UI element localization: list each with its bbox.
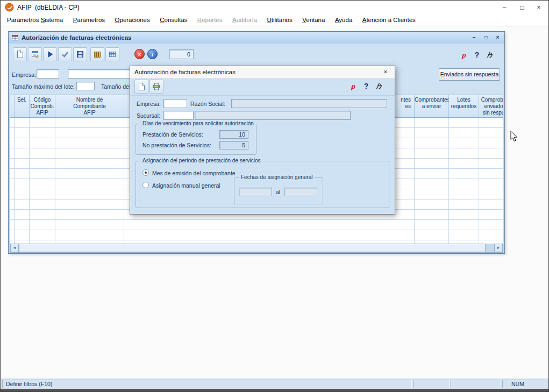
scrollbar-thumb[interactable] xyxy=(19,244,486,252)
grid-header-cell[interactable]: Sel. xyxy=(15,95,30,117)
horizontal-scrollbar[interactable]: ◄ ► xyxy=(10,244,503,252)
filter-icon[interactable]: ρ xyxy=(347,80,359,92)
grid-cell xyxy=(15,210,30,219)
menu-atencion-clientes[interactable]: Atención a Clientes xyxy=(359,15,419,26)
grid-cell xyxy=(10,189,15,199)
menu-consultas[interactable]: Consultas xyxy=(156,15,191,26)
empresa-input[interactable] xyxy=(163,99,187,108)
grid-cell xyxy=(415,179,449,189)
menu-ventana[interactable]: Ventana xyxy=(298,15,329,26)
grid-cell xyxy=(449,220,479,230)
maximize-button[interactable]: □ xyxy=(514,1,531,15)
statusbar: Definir filtros (F10) NUM xyxy=(1,378,549,389)
grid-icon xyxy=(108,50,117,59)
radio-asignacion-manual-label[interactable]: Asignación manual general xyxy=(152,182,220,189)
scroll-right-icon[interactable]: ► xyxy=(494,244,503,252)
prestacion-dias-value[interactable]: 10 xyxy=(219,130,248,139)
grid-cell xyxy=(30,189,55,199)
help-icon[interactable]: ? xyxy=(471,48,483,61)
new-document-icon xyxy=(16,50,24,59)
properties-button[interactable] xyxy=(28,47,42,61)
grid-cell xyxy=(15,179,30,189)
child-restore-button[interactable]: □ xyxy=(482,34,490,42)
fechas-group-title: Fechas de asignación general xyxy=(239,174,315,180)
enviados-sin-respuesta-button[interactable]: Enviados sin respuesta xyxy=(439,68,500,81)
grid-cell xyxy=(15,230,30,240)
run-button[interactable] xyxy=(43,47,57,61)
grid-cell xyxy=(479,179,503,189)
new-document-button[interactable] xyxy=(13,47,27,61)
hotkeys-icon[interactable] xyxy=(484,48,496,61)
minimize-button[interactable]: – xyxy=(496,1,513,15)
grid-cell xyxy=(10,220,15,230)
child-close-button[interactable]: × xyxy=(494,34,502,42)
info-icon[interactable]: i xyxy=(147,49,158,59)
menu-accel: A xyxy=(232,17,237,23)
grid-cell xyxy=(10,159,15,168)
grid-cell xyxy=(55,179,124,189)
grid-header-cell[interactable] xyxy=(10,95,15,117)
menu-ayuda[interactable]: Ayuda xyxy=(331,15,356,26)
grid-cell xyxy=(479,169,503,179)
filter-icon[interactable]: ρ xyxy=(458,48,470,61)
scroll-left-icon[interactable]: ◄ xyxy=(10,244,19,252)
empresa-code-input[interactable] xyxy=(37,69,59,79)
grid-cell xyxy=(479,230,503,240)
grid-row xyxy=(10,230,503,240)
grid-header-cell[interactable]: Comprobantesa enviar xyxy=(415,95,449,117)
grid-cell xyxy=(415,138,449,148)
save-button[interactable] xyxy=(73,47,87,61)
menu-parametros[interactable]: Parámetros xyxy=(69,15,109,26)
menu-parametros-sistema[interactable]: Parámetros Sistema xyxy=(3,15,67,26)
grid-cell xyxy=(449,199,479,209)
save-icon xyxy=(76,50,84,59)
num-lock-indicator: NUM xyxy=(502,380,545,388)
menu-utilitarios[interactable]: Utilitarios xyxy=(263,15,296,26)
radio-mes-emision[interactable] xyxy=(142,169,149,176)
prestacion-label: Prestación de Servicios: xyxy=(142,131,203,138)
menu-label: peraciones xyxy=(120,17,150,23)
confirm-button[interactable] xyxy=(58,47,72,61)
child-minimize-button[interactable]: – xyxy=(470,34,478,42)
grid-cell xyxy=(415,118,449,127)
radio-mes-emision-label[interactable]: Mes de emisión del comprobante xyxy=(152,170,236,176)
lote-size-input[interactable] xyxy=(76,82,95,90)
grid-header-cell[interactable]: Lotesrequeridos xyxy=(449,95,479,117)
dialog-close-button[interactable]: × xyxy=(376,66,395,79)
al-label: al xyxy=(276,189,280,195)
sucursal-code-input[interactable] xyxy=(163,111,194,120)
export-grid-button[interactable] xyxy=(105,47,119,61)
grid-cell xyxy=(15,199,30,209)
new-document-button[interactable] xyxy=(134,80,148,94)
menu-accel: O xyxy=(115,17,120,23)
grid-header-cell[interactable]: Nombre deComprobanteAFIP xyxy=(55,95,124,117)
grid-cell xyxy=(479,199,503,209)
grid-cell xyxy=(449,159,479,168)
no-prestacion-dias-value[interactable]: 5 xyxy=(219,141,248,149)
hotkeys-icon[interactable] xyxy=(373,80,385,92)
fechas-groupbox: Fechas de asignación general al xyxy=(234,177,323,204)
window-frame xyxy=(1,389,548,392)
grid-cell xyxy=(10,179,15,189)
radio-asignacion-manual[interactable] xyxy=(142,182,149,188)
menu-operaciones[interactable]: Operaciones xyxy=(111,15,154,26)
grid-header-cell[interactable]: Comprobaenviadosin respu xyxy=(479,95,503,117)
close-button[interactable]: × xyxy=(530,1,547,15)
grid-cell xyxy=(449,210,479,219)
columns-button[interactable] xyxy=(90,47,104,61)
grid-cell xyxy=(30,138,55,148)
grid-cell xyxy=(124,220,415,230)
print-button[interactable] xyxy=(149,80,163,94)
asignacion-groupbox: Asignación del periodo de prestación de … xyxy=(136,161,389,208)
grid-cell xyxy=(30,169,55,179)
grid-cell xyxy=(449,128,479,138)
grid-cell xyxy=(415,169,449,179)
cancel-icon[interactable]: × xyxy=(134,49,145,59)
grid-cell xyxy=(15,128,30,138)
grid-cell xyxy=(55,138,124,148)
grid-cell xyxy=(415,220,449,230)
grid-cell xyxy=(479,138,503,148)
help-icon[interactable]: ? xyxy=(360,80,372,92)
child-toolbar: × i 0 ρ ? xyxy=(12,47,501,64)
grid-header-cell[interactable]: CódigoComprob.AFIP xyxy=(30,95,55,117)
